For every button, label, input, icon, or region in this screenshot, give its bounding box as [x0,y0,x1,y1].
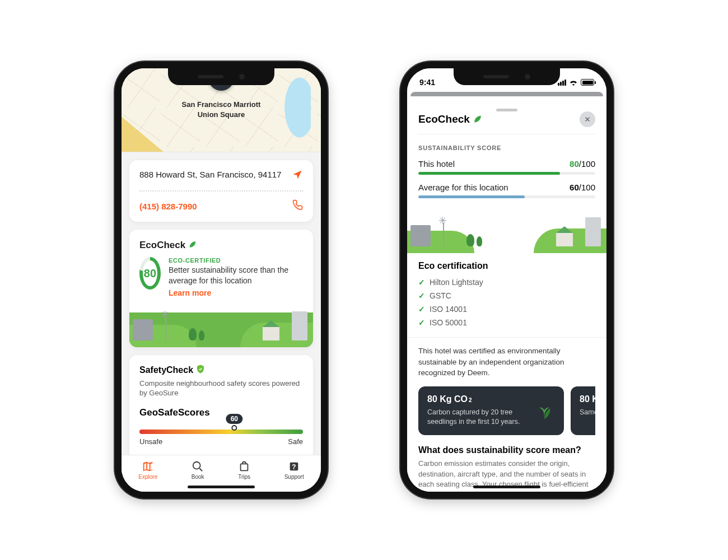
suitcase-icon [238,460,250,473]
section-title-score: SUSTAINABILITY SCORE [418,144,595,151]
score-value-this: 80 [570,159,579,169]
phone-right: 9:41 EcoCheck [400,62,613,498]
gauge-label-safe: Safe [288,437,303,446]
safety-subtitle: Composite neighbourhood safety scores po… [139,379,303,398]
leaf-icon [472,113,483,127]
divider [407,337,606,338]
battery-icon [581,79,594,86]
plant-icon [533,398,556,423]
leaf-icon [188,239,198,251]
score-bar-this [418,172,595,175]
navigate-icon[interactable] [292,169,303,183]
tab-explore[interactable]: Explore [138,460,157,480]
shield-check-icon [195,364,206,376]
home-indicator [473,486,540,488]
carbon-cards[interactable]: 80 Kg CO2 Carbon captured by 20 tree see… [418,386,595,435]
check-icon: ✓ [418,318,425,327]
device-notch [454,68,560,85]
cert-section-title: Eco certification [418,261,595,271]
score-label-avg: Average for this location [418,183,508,192]
geosafe-title: GeoSafeScores [139,407,303,418]
ecocheck-brand: EcoCheck [139,239,303,251]
eco-score-value: 80 [139,257,161,290]
address-card: 888 Howard St, San Francisco, 94117 (415… [129,160,313,222]
carbon-card[interactable]: 80 Kg CO2 Carbon captured by 20 tree see… [418,386,564,435]
cert-note: This hotel was certified as environmenta… [418,346,595,379]
cert-list: ✓Hilton Lightstay✓GSTC✓ISO 14001✓ISO 500… [418,276,595,329]
wifi-icon [569,79,578,86]
device-notch [168,68,274,85]
close-button[interactable] [580,111,595,127]
score-bar-avg [418,195,595,198]
gauge-label-unsafe: Unsafe [139,437,162,446]
carbon-card[interactable]: 80 Kg Same as plastic [571,386,595,435]
carbon-card-subtitle: Carbon captured by 20 tree seedlings in … [427,408,522,427]
faq-title: What does sustainability score mean? [418,445,595,455]
svg-point-2 [193,462,200,469]
safetycheck-brand: SafetyCheck [139,364,303,376]
gauge-value: 60 [226,414,242,424]
map-hotel-label: San Francisco Marriott Union Square [122,100,321,119]
eco-description: Better sustainability score than the ave… [169,265,303,286]
svg-rect-3 [241,464,248,470]
phone-left: San Francisco Marriott Union Square 888 … [115,62,328,498]
eco-detail-sheet: EcoCheck SUSTAINABILITY SCORE This hotel… [407,96,606,492]
search-icon [192,460,204,473]
eco-certified-tag: ECO-CERTIFIED [169,257,303,264]
tab-support[interactable]: ? Support [284,460,304,480]
status-time: 9:41 [419,78,435,87]
cert-item: ✓Hilton Lightstay [418,276,595,289]
close-icon [584,115,591,123]
cert-item: ✓GSTC [418,289,595,302]
svg-text:?: ? [292,463,296,471]
call-icon[interactable] [292,199,303,213]
ecocheck-brand: EcoCheck [418,113,483,127]
phone-number[interactable]: (415) 828-7990 [139,202,197,211]
carbon-card-subtitle: Same as plastic [580,408,595,418]
map-icon [142,460,154,473]
divider [139,190,303,192]
score-value-avg: 60 [570,183,579,192]
check-icon: ✓ [418,291,425,300]
cert-item: ✓ISO 50001 [418,316,595,329]
help-icon: ? [288,460,300,473]
safety-gauge: 60 Unsafe Safe [139,430,303,456]
home-indicator [188,486,255,488]
learn-more-link[interactable]: Learn more [169,288,211,297]
eco-illustration [407,209,606,253]
ecocheck-card[interactable]: EcoCheck 80 ECO-CERTIFIED Better sustain… [129,230,313,347]
check-icon: ✓ [418,278,425,287]
address-text: 888 Howard St, San Francisco, 94117 [139,169,281,180]
cert-item: ✓ISO 14001 [418,302,595,316]
signal-icon [558,80,566,86]
eco-illustration [129,304,313,347]
tab-book[interactable]: Book [192,460,204,480]
score-label-this: This hotel [418,159,455,169]
tab-trips[interactable]: Trips [238,460,250,480]
check-icon: ✓ [418,305,425,314]
gauge-pin: 60 [226,414,242,431]
eco-score-ring: 80 [139,257,161,290]
